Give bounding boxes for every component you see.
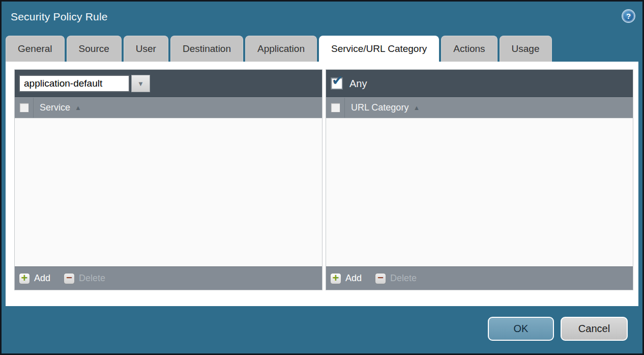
tab-destination[interactable]: Destination — [170, 36, 243, 62]
url-category-select-all-cell — [326, 98, 345, 118]
tab-actions[interactable]: Actions — [441, 36, 497, 62]
help-icon[interactable]: ? — [622, 9, 635, 23]
tab-service-url-category[interactable]: Service/URL Category — [319, 36, 439, 62]
url-category-list-body — [326, 118, 633, 266]
url-category-add-button[interactable]: + Add — [330, 273, 362, 284]
tab-content-area: ▼ Service ▲ + Add − De — [6, 62, 638, 306]
url-category-select-all-checkbox[interactable] — [331, 103, 340, 113]
url-category-delete-button[interactable]: − Delete — [375, 273, 417, 284]
service-column-title[interactable]: Service ▲ — [40, 102, 81, 113]
url-category-column-header: URL Category ▲ — [326, 97, 633, 118]
tab-source[interactable]: Source — [67, 36, 122, 62]
delete-icon: − — [64, 273, 75, 284]
url-category-any-row: ✔ Any — [326, 70, 633, 97]
ok-button[interactable]: OK — [488, 317, 554, 341]
cancel-button[interactable]: Cancel — [561, 317, 628, 341]
service-list-body — [15, 118, 322, 266]
tab-bar: General Source User Destination Applicat… — [6, 36, 638, 62]
checkmark-icon: ✔ — [332, 74, 343, 88]
add-icon: + — [330, 273, 341, 284]
tab-general[interactable]: General — [6, 36, 65, 62]
service-type-dropdown-button[interactable]: ▼ — [131, 75, 150, 92]
service-delete-button[interactable]: − Delete — [64, 273, 105, 284]
service-type-toolbar: ▼ — [15, 70, 322, 97]
url-category-panel-footer: + Add − Delete — [326, 266, 633, 290]
add-icon: + — [19, 273, 30, 284]
url-category-panel: ✔ Any URL Category ▲ + Add — [326, 69, 633, 290]
chevron-down-icon: ▼ — [137, 80, 144, 88]
dialog-title: Security Policy Rule — [11, 11, 108, 23]
service-panel-footer: + Add − Delete — [15, 266, 322, 290]
any-label: Any — [349, 78, 367, 90]
service-add-button[interactable]: + Add — [19, 273, 50, 284]
url-category-column-title[interactable]: URL Category ▲ — [351, 102, 420, 113]
service-column-header: Service ▲ — [15, 97, 322, 118]
security-policy-rule-dialog: Security Policy Rule ? General Source Us… — [0, 0, 644, 355]
service-type-input[interactable] — [19, 75, 130, 92]
tab-user[interactable]: User — [124, 36, 168, 62]
any-checkbox[interactable]: ✔ — [331, 78, 342, 89]
tab-usage[interactable]: Usage — [500, 36, 552, 62]
delete-icon: − — [375, 273, 386, 284]
sort-ascending-icon: ▲ — [413, 104, 420, 112]
tab-application[interactable]: Application — [245, 36, 317, 62]
sort-ascending-icon: ▲ — [75, 104, 81, 112]
service-select-all-cell — [15, 98, 34, 118]
service-select-all-checkbox[interactable] — [19, 103, 29, 113]
service-panel: ▼ Service ▲ + Add − De — [14, 69, 323, 290]
